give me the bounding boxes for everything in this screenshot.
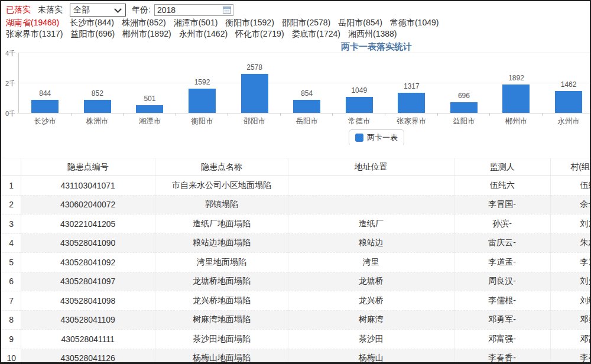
bar-value-label: 1049 <box>333 86 385 95</box>
region-link[interactable]: 株洲市(852) <box>122 18 166 28</box>
bar <box>136 105 163 113</box>
table-cell: 周良汉- <box>454 272 550 291</box>
year-label: 年份: <box>132 5 151 15</box>
table-cell: 430528041111 <box>21 330 155 349</box>
column-header: 地址位置 <box>288 158 454 176</box>
bar-cell: 2578 <box>228 53 281 113</box>
region-link-province[interactable]: 湖南省(19468) <box>6 18 59 28</box>
x-axis-category-label: 岳阳市 <box>281 113 333 126</box>
y-axis-tick-label: 0千 <box>1 109 15 118</box>
table-cell: 市自来水公司小区地面塌陷 <box>155 176 288 196</box>
x-axis-category-label: 邵阳市 <box>228 113 281 126</box>
bar <box>450 102 478 113</box>
column-header: 隐患点名称 <box>155 158 288 176</box>
bar <box>346 97 373 113</box>
region-link[interactable]: 怀化市(2719) <box>235 29 284 40</box>
table-cell: 造纸厂 <box>288 214 454 234</box>
region-link[interactable]: 张家界市(1317) <box>6 29 63 40</box>
column-header: 村(组)负责人 <box>550 158 590 176</box>
bar-cell: 844 <box>19 53 72 113</box>
row-number: 4 <box>2 233 21 253</box>
table-cell: 李春香- <box>454 349 550 364</box>
region-link[interactable]: 长沙市(844) <box>70 18 114 28</box>
y-axis-tick-label: 2千 <box>1 79 15 88</box>
table-cell: 邓富强- <box>550 330 590 349</box>
table-row: 2430602040072郭镇塌陷李冒国-余长斌- <box>2 195 590 214</box>
table-cell: 李冒国- <box>454 195 550 214</box>
region-link[interactable]: 衡阳市(1592) <box>225 18 274 28</box>
table-cell: 430528041126 <box>21 349 155 364</box>
bar-value-label: 501 <box>124 95 176 103</box>
bar-value-label: 844 <box>19 89 72 98</box>
year-input[interactable]: 2018 <box>154 4 233 16</box>
table-cell: 刘旭花- <box>550 214 590 234</box>
table-cell: 李道孟- <box>550 253 590 272</box>
table-row: 7430528041098龙兴桥地面塌陷龙兴桥李儒根-刘绍举- <box>2 291 590 311</box>
hazard-table: 隐患点编号隐患点名称地址位置监测人村(组)负责人1431103041071市自来… <box>2 158 590 364</box>
legend-label: 两卡一表 <box>367 132 398 143</box>
bar-value-label: 696 <box>438 92 491 100</box>
region-link[interactable]: 郴州市(1892) <box>122 29 171 40</box>
table-cell: 李春香- <box>550 349 590 364</box>
table-cell: 伍纯六- <box>550 176 590 196</box>
table-cell: 杨梅山地面塌陷 <box>155 349 288 364</box>
table-cell: 430528041109 <box>21 310 155 330</box>
table-row: 1431103041071市自来水公司小区地面塌陷伍纯六伍纯六- <box>2 176 590 196</box>
row-number: 1 <box>2 176 21 196</box>
legend-symbol <box>355 134 363 142</box>
table-cell: 刘先柱- <box>550 272 590 291</box>
calendar-icon[interactable] <box>223 6 231 14</box>
column-header: 监测人 <box>454 158 550 176</box>
table-cell: 朱志良- <box>550 233 590 253</box>
table-cell: 粮站边 <box>288 233 454 253</box>
table-cell: 430221041205 <box>21 214 155 234</box>
x-axis-labels: 长沙市株洲市湘潭市衡阳市邵阳市岳阳市常德市张家界市益阳市郴州市永州市怀化市娄底市… <box>19 113 590 126</box>
bar-value-label: 1892 <box>490 74 543 82</box>
table-header-row: 隐患点编号隐患点名称地址位置监测人村(组)负责人 <box>2 158 590 176</box>
table-cell: 龙兴桥 <box>288 291 454 311</box>
chart-bars: 8448525011592257885410491317696189214622… <box>19 53 590 113</box>
table-cell: 余长斌- <box>550 195 590 214</box>
x-axis-category-label: 永州市 <box>543 113 590 126</box>
row-number: 2 <box>2 195 21 214</box>
region-link[interactable]: 湘西州(1388) <box>348 29 397 40</box>
chevron-down-icon <box>114 5 122 13</box>
table-cell: 茶沙田地面塌陷 <box>155 330 288 349</box>
x-axis-category-label: 益阳市 <box>438 113 491 126</box>
region-link[interactable]: 常德市(1049) <box>390 18 439 28</box>
row-number: 8 <box>2 310 21 330</box>
table-cell: 龙塘桥地面塌陷 <box>155 272 288 291</box>
tab-implemented[interactable]: 已落实 <box>6 5 31 15</box>
tab-not-implemented[interactable]: 未落实 <box>38 5 63 15</box>
table-cell: 雷庆云- <box>454 233 550 253</box>
filter-select[interactable]: 全部 <box>70 4 126 17</box>
table-row: 8430528041109树麻湾地面塌陷树麻湾邓勇军-邓勇军- <box>2 310 590 330</box>
table-cell: 杨梅山 <box>288 349 454 364</box>
table-row: 4430528041090粮站边地面塌陷粮站边雷庆云-朱志良- <box>2 233 590 253</box>
bar <box>398 93 425 113</box>
region-link[interactable]: 益阳市(696) <box>70 29 115 40</box>
table-cell: 孙滨- <box>454 214 550 234</box>
bar-cell: 1892 <box>490 53 543 113</box>
region-link[interactable]: 湘潭市(501) <box>174 18 218 28</box>
table-cell: 湾里地面塌陷 <box>155 253 288 272</box>
region-link[interactable]: 娄底市(1724) <box>292 29 340 40</box>
region-link[interactable]: 邵阳市(2578) <box>282 18 330 28</box>
table-cell: 430528041092 <box>21 253 155 272</box>
column-header <box>2 158 21 176</box>
row-number: 10 <box>2 349 21 364</box>
hazard-table-section: 隐患点编号隐患点名称地址位置监测人村(组)负责人1431103041071市自来… <box>1 158 590 364</box>
region-link[interactable]: 岳阳市(854) <box>338 18 382 28</box>
x-axis-category-label: 常德市 <box>333 113 385 126</box>
bar <box>502 84 530 113</box>
bar-cell: 501 <box>124 53 176 113</box>
legend-item[interactable]: 两卡一表 <box>349 129 404 145</box>
row-number: 5 <box>2 253 21 272</box>
row-number: 6 <box>2 272 21 291</box>
table-cell: 邓勇军- <box>550 310 590 330</box>
bar <box>241 74 268 113</box>
legend-area: 两卡一表 <box>1 129 590 145</box>
region-link[interactable]: 永州市(1462) <box>179 29 228 40</box>
x-axis-category-label: 郴州市 <box>490 113 543 126</box>
bar-cell: 854 <box>281 53 333 113</box>
